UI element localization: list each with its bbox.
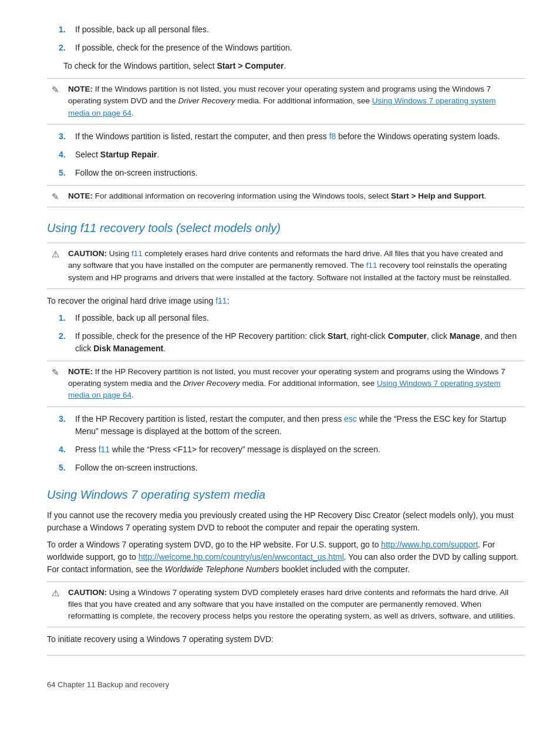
section-title-win7: Using Windows 7 operating system media [47,486,525,503]
caution-triangle-icon-2: ⚠ [52,587,59,600]
list-item-5: 5. Follow the on-screen instructions. [47,167,525,179]
f11-list-item-5: 5. Follow the on-screen instructions. [47,462,525,474]
f11-list-item-3: 3. If the HP Recovery partition is liste… [47,413,525,438]
list-num-2: 2. [59,42,75,54]
f11-numbered-list-cont: 3. If the HP Recovery partition is liste… [47,413,525,474]
f11-list-item-2: 2. If possible, check for the presence o… [47,330,525,355]
list-item-3: 3. If the Windows partition is listed, r… [47,130,525,143]
f11-list-text-4: Press f11 while the “Press <F11> for rec… [75,443,380,456]
list-text-4: Select Startup Repair. [75,149,159,161]
esc-code: esc [344,414,357,424]
list-num-5: 5. [59,167,75,179]
start-computer-bold: Start > Computer [217,61,284,70]
list-text-1: If possible, back up all personal files. [75,23,209,36]
f11-code-3: f11 [99,445,110,454]
win7-para-1: If you cannot use the recovery media you… [47,509,525,534]
list-item-4: 4. Select Startup Repair. [47,149,525,161]
computer-bold: Computer [388,331,427,341]
list-text-2: If possible, check for the presence of t… [75,42,292,54]
caution-triangle-icon-1: ⚠ [52,248,59,261]
win7-last-para: To initiate recovery using a Windows 7 o… [47,633,525,646]
note-label-3: NOTE: [68,367,93,376]
note-box-1: ✎ NOTE: If the Windows partition is not … [47,78,525,125]
note-text-1: If the Windows partition is not listed, … [68,85,496,117]
list-text-5: Follow the on-screen instructions. [75,167,198,179]
check-partition-instruction: To check for the Windows partition, sele… [47,60,525,72]
start-bold: Start [328,331,346,341]
note-text-2: For additional information on recovering… [95,191,487,200]
hp-worldwide-link[interactable]: http://welcome.hp.com/country/us/en/wwco… [139,552,344,562]
driver-recovery-italic-2: Driver Recovery [183,379,240,388]
caution-label-1: CAUTION: [68,249,107,258]
caution-text-1: Using f11 completely erases hard drive c… [68,249,511,282]
f11-code-1: f11 [131,249,143,258]
f11-list-text-5: Follow the on-screen instructions. [75,462,198,474]
f11-code-intro: f11 [215,296,227,305]
disk-mgmt-bold: Disk Management [93,344,163,353]
footer-text: 64 Chapter 11 Backup and recovery [47,680,169,689]
note-pencil-icon-1: ✎ [52,83,59,97]
list-3-5: 3. If the Windows partition is listed, r… [47,130,525,179]
f11-intro: To recover the original hard drive image… [47,295,525,307]
f11-numbered-list: 1. If possible, back up all personal fil… [47,312,525,355]
note-pencil-icon-3: ✎ [52,366,59,379]
f8-code: f8 [329,132,336,141]
list-num-4: 4. [59,149,75,161]
note-box-2: ✎ NOTE: For additional information on re… [47,185,525,207]
note-label-1: NOTE: [68,85,93,93]
caution-box-2: ⚠ CAUTION: Using a Windows 7 operating s… [47,582,525,628]
list-num-3: 3. [59,130,75,143]
f11-list-num-5: 5. [59,462,75,474]
f11-list-text-2: If possible, check for the presence of t… [75,330,525,355]
f11-list-item-1: 1. If possible, back up all personal fil… [47,312,525,324]
f11-list-text-3: If the HP Recovery partition is listed, … [75,413,525,438]
list-num-1: 1. [59,23,75,36]
list-item-1: 1. If possible, back up all personal fil… [47,23,525,36]
worldwide-telephone-italic: Worldwide Telephone Numbers [165,564,279,574]
startup-repair-bold: Startup Repair [100,150,157,159]
f11-list-num-1: 1. [59,312,75,324]
hp-support-link[interactable]: http://www.hp.com/support [381,540,478,549]
page-footer: 64 Chapter 11 Backup and recovery [47,679,525,691]
f11-list-num-4: 4. [59,443,75,456]
f11-list-text-1: If possible, back up all personal files. [75,312,209,324]
note-label-2: NOTE: [68,191,93,200]
win7-para-2: To order a Windows 7 operating system DV… [47,539,525,576]
note-link-1[interactable]: Using Windows 7 operating system media o… [68,96,496,117]
driver-recovery-italic-1: Driver Recovery [178,96,235,105]
note-box-3: ✎ NOTE: If the HP Recovery partition is … [47,361,525,407]
list-item-2: 2. If possible, check for the presence o… [47,42,525,54]
caution-box-1: ⚠ CAUTION: Using f11 completely erases h… [47,243,525,289]
f11-code-2: f11 [366,261,377,270]
section-title-f11: Using f11 recovery tools (select models … [47,219,525,237]
manage-bold: Manage [450,331,480,341]
list-text-3: If the Windows partition is listed, rest… [75,130,500,143]
note-text-3: If the HP Recovery partition is not list… [68,367,505,400]
footer-rule [47,655,525,656]
caution-label-2: CAUTION: [68,588,107,597]
caution-text-2: Using a Windows 7 operating system DVD c… [68,588,515,621]
top-numbered-list: 1. If possible, back up all personal fil… [47,23,525,54]
note-link-3[interactable]: Using Windows 7 operating system media o… [68,379,501,399]
f11-list-num-2: 2. [59,330,75,355]
note-pencil-icon-2: ✎ [52,190,59,204]
f11-list-item-4: 4. Press f11 while the “Press <F11> for … [47,443,525,456]
start-help-bold: Start > Help and Support [391,191,484,200]
f11-list-num-3: 3. [59,413,75,438]
